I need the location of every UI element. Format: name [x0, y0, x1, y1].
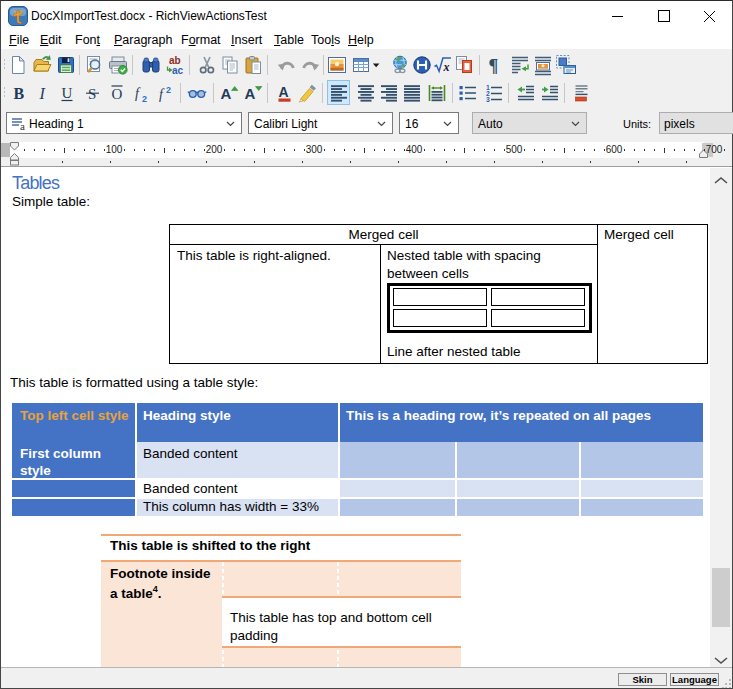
svg-text:2: 2 [142, 94, 147, 104]
svg-text:2: 2 [166, 85, 171, 95]
svg-text:A: A [244, 85, 255, 102]
svg-text:f: f [159, 87, 165, 102]
svg-text:U: U [62, 85, 73, 101]
svg-text:ac: ac [172, 65, 184, 76]
svg-text:3: 3 [486, 96, 490, 103]
svg-text:I: I [39, 85, 46, 102]
svg-text:A: A [279, 84, 289, 100]
svg-text:x: x [443, 60, 450, 74]
svg-text:¶: ¶ [489, 56, 499, 76]
svg-text:O: O [112, 86, 123, 102]
svg-text:f: f [135, 86, 141, 101]
svg-text:a: a [20, 120, 25, 131]
svg-text:A: A [221, 85, 232, 102]
svg-text:B: B [14, 85, 25, 102]
